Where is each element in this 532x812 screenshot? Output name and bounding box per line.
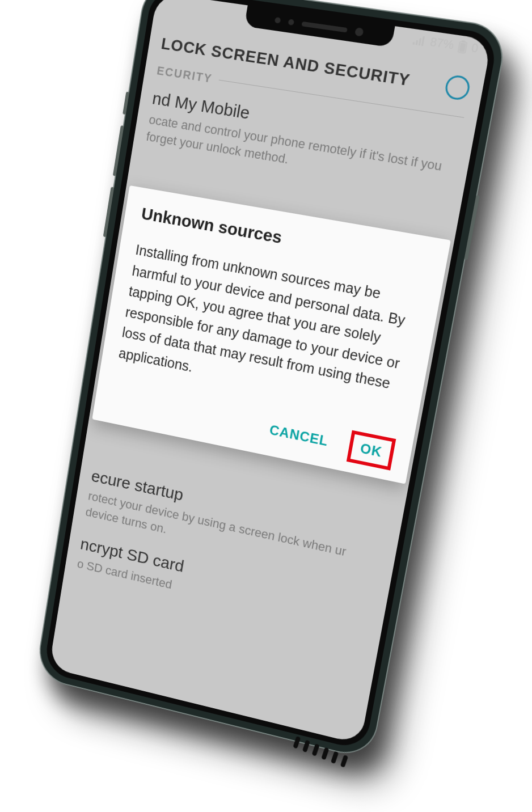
ok-button[interactable]: OK bbox=[347, 430, 396, 471]
svg-rect-1 bbox=[459, 43, 466, 52]
search-icon[interactable] bbox=[444, 74, 471, 101]
signal-icon bbox=[412, 34, 427, 46]
phone-frame: 87% 0 LOCK SCREEN AND SECURITY ECURITY bbox=[36, 0, 508, 759]
battery-icon bbox=[457, 39, 468, 53]
volume-up-button bbox=[113, 125, 124, 176]
volume-down-button bbox=[103, 187, 115, 237]
cancel-button[interactable]: CANCEL bbox=[261, 415, 337, 456]
side-button bbox=[123, 92, 129, 115]
phone-screen: 87% 0 LOCK SCREEN AND SECURITY ECURITY bbox=[49, 0, 492, 745]
